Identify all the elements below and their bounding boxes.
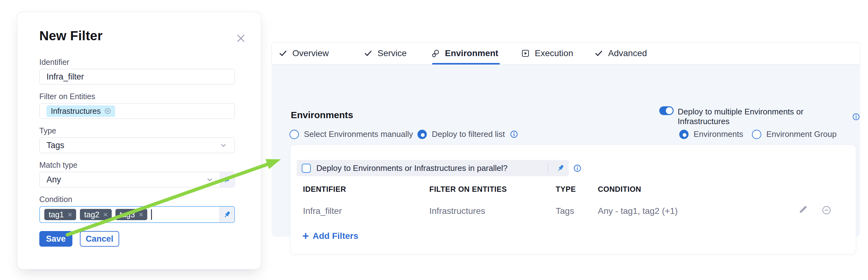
environment-icon [431, 49, 440, 58]
type-select[interactable]: Tags [39, 138, 235, 153]
col-header-entities: FILTER ON ENTITIES [429, 185, 507, 194]
match-type-control: Any [39, 172, 235, 187]
match-type-value: Any [46, 175, 61, 184]
page: New Filter Identifier Infra_filter Filte… [0, 0, 868, 280]
condition-chip: tag2× [80, 209, 112, 220]
tab-environment[interactable]: Environment [431, 42, 498, 64]
condition-input[interactable]: tag1× tag2× tag3× [39, 206, 235, 223]
condition-chip: tag3× [116, 209, 147, 220]
environment-tab-panel: Environments Select Environments manuall… [272, 65, 860, 237]
col-header-identifier: IDENTIFIER [303, 185, 346, 194]
modal-title: New Filter [39, 28, 103, 43]
col-header-type: TYPE [556, 185, 576, 194]
radio-select-manually[interactable] [289, 130, 299, 139]
col-header-condition: CONDITION [598, 185, 641, 194]
select-manually-option: Select Environments manually [289, 129, 413, 139]
tab-execution[interactable]: Execution [521, 42, 573, 64]
parallel-checkbox[interactable] [302, 164, 311, 173]
row-identifier: Infra_filter [303, 206, 342, 216]
radio-environment-group[interactable] [752, 130, 761, 139]
execution-icon [521, 49, 530, 58]
info-icon[interactable] [852, 112, 860, 121]
type-value: Tags [46, 141, 64, 150]
match-type-select[interactable]: Any [40, 172, 220, 187]
chevron-down-icon [205, 175, 214, 184]
parallel-checkbox-label: Deploy to Environments or Infrastructure… [316, 163, 548, 173]
new-filter-modal: New Filter Identifier Infra_filter Filte… [17, 12, 261, 269]
identifier-input[interactable]: Infra_filter [39, 69, 235, 84]
edit-icon[interactable] [798, 204, 808, 215]
tab-overview[interactable]: Overview [278, 42, 329, 64]
environment-group-option: Environment Group [752, 129, 836, 139]
chip-remove-icon[interactable]: × [138, 210, 143, 218]
entities-input[interactable]: Infrastructures [39, 103, 235, 119]
pin-icon[interactable] [553, 160, 569, 176]
environments-option: Environments [679, 129, 743, 139]
chip-remove-icon[interactable]: × [103, 210, 108, 218]
add-filters-button[interactable]: + Add Filters [302, 231, 358, 242]
pipeline-stage-panel: Overview Service Environment Execution A… [272, 42, 860, 237]
check-icon [364, 49, 373, 58]
chip-remove-icon[interactable] [104, 107, 112, 115]
chevron-down-icon [219, 141, 228, 150]
deploy-filtered-option: Deploy to filtered list [417, 129, 518, 139]
filters-card: Deploy to Environments or Infrastructure… [290, 145, 856, 254]
check-icon [278, 49, 288, 58]
row-type: Tags [556, 206, 574, 216]
text-caret [151, 209, 152, 220]
check-icon [594, 49, 603, 58]
tab-service[interactable]: Service [364, 42, 407, 64]
radio-environments[interactable] [679, 130, 689, 139]
condition-label: Condition [39, 195, 72, 204]
radio-label: Deploy to filtered list [432, 129, 505, 139]
radio-deploy-filtered[interactable] [417, 130, 427, 139]
plus-icon: + [302, 231, 309, 242]
identifier-label: Identifier [39, 58, 69, 67]
info-icon[interactable] [510, 130, 518, 138]
tab-bar: Overview Service Environment Execution A… [272, 42, 860, 65]
divider [548, 163, 548, 174]
radio-label: Select Environments manually [304, 129, 413, 139]
save-button[interactable]: Save [39, 231, 72, 247]
match-type-label: Match type [39, 161, 78, 170]
row-entities: Infrastructures [429, 206, 485, 216]
condition-chip: tag1× [44, 209, 76, 220]
radio-label: Environment Group [766, 129, 836, 139]
info-icon[interactable] [573, 164, 582, 172]
row-condition: Any - tag1, tag2 (+1) [598, 206, 678, 216]
toggle-label: Deploy to multiple Environments or Infra… [678, 107, 848, 126]
pin-icon[interactable] [219, 207, 234, 222]
type-label: Type [39, 126, 56, 135]
condition-chips: tag1× tag2× tag3× [40, 207, 219, 222]
radio-label: Environments [693, 129, 743, 139]
deploy-multiple-label-row: Deploy to multiple Environments or Infra… [678, 107, 860, 126]
remove-row-icon[interactable] [822, 205, 832, 215]
identifier-value: Infra_filter [46, 72, 84, 82]
entities-chip: Infrastructures [46, 105, 115, 117]
deploy-multiple-toggle[interactable] [659, 106, 674, 115]
tab-advanced[interactable]: Advanced [594, 42, 647, 64]
environments-heading: Environments [291, 110, 353, 120]
entities-label: Filter on Entities [39, 92, 95, 101]
close-icon[interactable] [235, 32, 247, 44]
deploy-parallel-row: Deploy to Environments or Infrastructure… [297, 160, 569, 176]
chip-remove-icon[interactable]: × [68, 210, 72, 218]
pin-icon[interactable] [220, 172, 235, 187]
cancel-button[interactable]: Cancel [80, 231, 119, 247]
